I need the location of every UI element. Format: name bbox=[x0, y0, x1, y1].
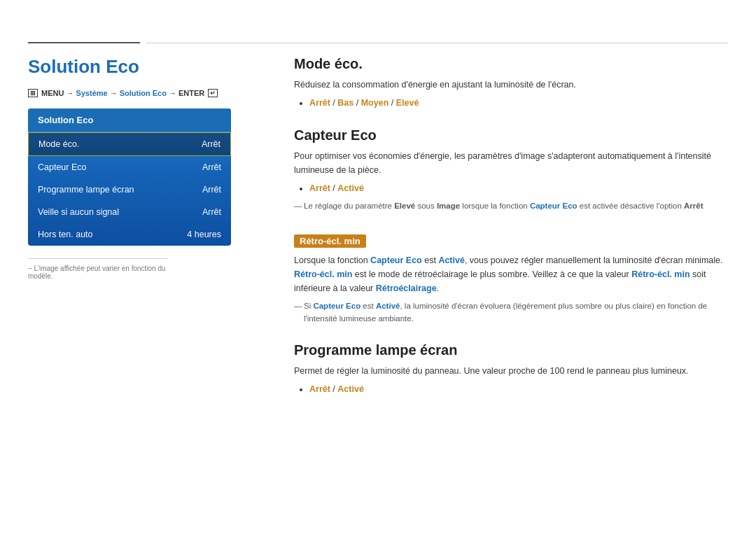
footnote: − L'image affichée peut varier en foncti… bbox=[28, 258, 168, 280]
option-mode-eco-1: Arrêt / Bas / Moyen / Elevé bbox=[309, 96, 728, 111]
right-column: Mode éco. Réduisez la consommation d'éne… bbox=[266, 0, 756, 534]
option-capteur-eco-1: Arrêt / Activé bbox=[309, 181, 728, 196]
note-capteur-eco: Le réglage du paramètre Elevé sous Image… bbox=[294, 199, 728, 212]
breadcrumb-systeme: Système bbox=[76, 89, 107, 97]
breadcrumb-arrow2: → bbox=[110, 89, 118, 97]
menu-item-2[interactable]: Programme lampe écranArrêt bbox=[28, 178, 231, 201]
option-active-capteur: Activé bbox=[337, 183, 364, 193]
menu-icon: ⊞ bbox=[28, 89, 38, 97]
menu-item-label-0: Mode éco. bbox=[38, 139, 79, 149]
menu-item-0[interactable]: Mode éco.Arrêt bbox=[28, 132, 231, 156]
section-title-mode-eco: Mode éco. bbox=[294, 56, 728, 72]
section-desc-mode-eco: Réduisez la consommation d'énergie en aj… bbox=[294, 78, 728, 92]
options-programme: Arrêt / Activé bbox=[294, 382, 728, 397]
breadcrumb-menu: MENU bbox=[41, 89, 64, 97]
section-capteur-eco: Capteur Eco Pour optimiser vos économies… bbox=[294, 127, 728, 212]
section-retro-ecl: Rétro-écl. min Lorsque la fonction Capte… bbox=[294, 229, 728, 325]
note-capteur-eco-ref: Capteur Eco bbox=[530, 202, 578, 210]
menu-panel: Solution Eco Mode éco.ArrêtCapteur EcoAr… bbox=[28, 108, 231, 246]
menu-item-label-1: Capteur Eco bbox=[38, 162, 86, 172]
breadcrumb-solution-eco: Solution Eco bbox=[120, 89, 167, 97]
menu-item-1[interactable]: Capteur EcoArrêt bbox=[28, 156, 231, 178]
option-eleve: Elevé bbox=[396, 98, 419, 108]
options-capteur-eco: Arrêt / Activé bbox=[294, 181, 728, 196]
breadcrumb-arrow3: → bbox=[169, 89, 176, 97]
note-arret-ref: Arrêt bbox=[684, 202, 703, 210]
option-arret: Arrêt bbox=[309, 98, 330, 108]
capteur-eco-ref2: Capteur Eco bbox=[370, 255, 422, 265]
retro-ecl-ref: Rétro-écl. min bbox=[294, 269, 352, 279]
capteur-eco-ref3: Capteur Eco bbox=[313, 302, 360, 310]
menu-item-label-2: Programme lampe écran bbox=[38, 185, 134, 195]
option-arret-capteur: Arrêt bbox=[309, 183, 330, 193]
breadcrumb: ⊞ MENU → Système → Solution Eco → ENTER … bbox=[28, 89, 245, 97]
note-retro: Si Capteur Eco est Activé, la luminosité… bbox=[294, 300, 728, 325]
menu-item-4[interactable]: Hors ten. auto4 heures bbox=[28, 223, 231, 246]
page-title: Solution Eco bbox=[28, 56, 245, 78]
menu-items-container: Mode éco.ArrêtCapteur EcoArrêtProgramme … bbox=[28, 132, 231, 246]
option-active-prog: Activé bbox=[337, 384, 364, 394]
section-desc-retro: Lorsque la fonction Capteur Eco est Acti… bbox=[294, 253, 728, 295]
section-desc-programme: Permet de régler la luminosité du pannea… bbox=[294, 364, 728, 378]
menu-panel-header: Solution Eco bbox=[28, 108, 231, 132]
option-programme-1: Arrêt / Activé bbox=[309, 382, 728, 397]
menu-item-value-3: Arrêt bbox=[202, 207, 221, 217]
section-title-capteur-eco: Capteur Eco bbox=[294, 127, 728, 143]
menu-item-value-1: Arrêt bbox=[202, 162, 221, 172]
left-column: Solution Eco ⊞ MENU → Système → Solution… bbox=[0, 0, 266, 534]
menu-item-value-2: Arrêt bbox=[202, 185, 221, 195]
options-mode-eco: Arrêt / Bas / Moyen / Elevé bbox=[294, 96, 728, 111]
section-title-programme: Programme lampe écran bbox=[294, 342, 728, 358]
menu-item-value-0: Arrêt bbox=[202, 139, 220, 149]
menu-item-label-4: Hors ten. auto bbox=[38, 230, 93, 239]
divider-short bbox=[28, 42, 140, 43]
section-programme-lampe: Programme lampe écran Permet de régler l… bbox=[294, 342, 728, 397]
retro-ecl-ref2: Rétro-écl. min bbox=[631, 269, 690, 279]
retro-ecl-badge: Rétro-écl. min bbox=[294, 234, 366, 248]
option-arret-prog: Arrêt bbox=[309, 384, 330, 394]
active-ref2: Activé bbox=[376, 302, 400, 310]
enter-icon: ↵ bbox=[208, 89, 218, 97]
menu-item-label-3: Veille si aucun signal bbox=[38, 207, 119, 217]
menu-item-value-4: 4 heures bbox=[187, 230, 221, 239]
note-eleve: Elevé bbox=[394, 202, 415, 210]
sep3: / bbox=[391, 98, 396, 108]
option-moyen: Moyen bbox=[361, 98, 389, 108]
breadcrumb-arrow1: → bbox=[66, 89, 74, 97]
menu-item-3[interactable]: Veille si aucun signalArrêt bbox=[28, 201, 231, 223]
note-image: Image bbox=[437, 202, 460, 210]
active-ref: Activé bbox=[438, 255, 465, 265]
sep2: / bbox=[356, 98, 361, 108]
section-mode-eco: Mode éco. Réduisez la consommation d'éne… bbox=[294, 56, 728, 111]
breadcrumb-enter: ENTER bbox=[178, 89, 204, 97]
retroeclairage-ref: Rétroéclairage bbox=[376, 283, 437, 293]
divider-long bbox=[146, 43, 728, 43]
option-bas: Bas bbox=[337, 98, 354, 108]
section-desc-capteur-eco: Pour optimiser vos économies d'énergie, … bbox=[294, 149, 728, 177]
